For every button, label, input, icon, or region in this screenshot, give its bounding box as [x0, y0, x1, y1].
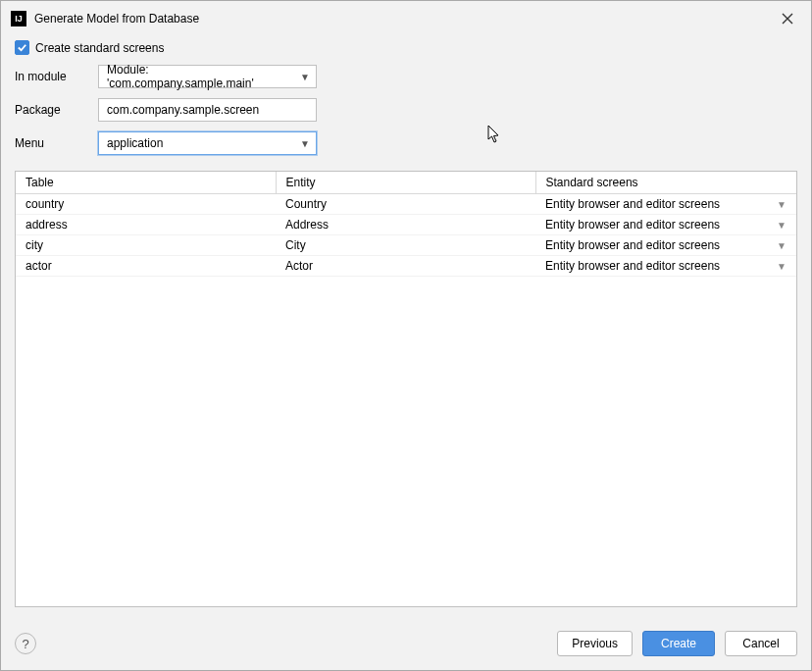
- chevron-down-icon[interactable]: ▼: [777, 261, 787, 272]
- package-label: Package: [15, 103, 98, 117]
- cell-entity: Address: [276, 215, 535, 235]
- table-header-row: Table Entity Standard screens: [16, 172, 796, 194]
- cell-screens: Entity browser and editor screens▼: [535, 194, 796, 215]
- cell-table: city: [16, 235, 276, 256]
- module-combo-value: Module: 'com.company.sample.main': [107, 63, 296, 90]
- chevron-down-icon[interactable]: ▼: [777, 240, 787, 251]
- help-button[interactable]: ?: [15, 633, 36, 654]
- table-row[interactable]: actorActorEntity browser and editor scre…: [16, 256, 796, 277]
- module-label: In module: [15, 70, 98, 83]
- cell-table: actor: [16, 256, 276, 277]
- module-row: In module Module: 'com.company.sample.ma…: [15, 65, 797, 88]
- package-input[interactable]: [98, 98, 317, 122]
- screens-value: Entity browser and editor screens: [545, 259, 771, 273]
- cell-table: address: [16, 215, 276, 235]
- cell-screens: Entity browser and editor screens▼: [535, 215, 796, 235]
- cell-screens: Entity browser and editor screens▼: [535, 256, 796, 277]
- app-icon: IJ: [11, 11, 26, 26]
- chevron-down-icon[interactable]: ▼: [777, 220, 787, 231]
- close-button[interactable]: [774, 8, 801, 29]
- create-standard-screens-label: Create standard screens: [35, 41, 164, 55]
- cell-entity: Country: [276, 194, 535, 215]
- col-header-table[interactable]: Table: [16, 172, 276, 194]
- create-standard-screens-checkbox[interactable]: [15, 40, 29, 55]
- previous-button[interactable]: Previous: [557, 631, 633, 656]
- col-header-screens[interactable]: Standard screens: [535, 172, 796, 194]
- screens-value: Entity browser and editor screens: [545, 197, 771, 211]
- cancel-button[interactable]: Cancel: [725, 631, 797, 656]
- dialog-content: Create standard screens In module Module…: [1, 32, 811, 617]
- close-icon: [782, 13, 793, 25]
- chevron-down-icon: ▼: [300, 138, 310, 149]
- menu-row: Menu application ▼: [15, 131, 797, 155]
- dialog-title: Generate Model from Database: [34, 12, 774, 26]
- menu-combo[interactable]: application ▼: [98, 131, 317, 155]
- chevron-down-icon: ▼: [300, 72, 310, 82]
- cell-table: country: [16, 194, 276, 215]
- table-row[interactable]: addressAddressEntity browser and editor …: [16, 215, 796, 235]
- tables-grid: Table Entity Standard screens countryCou…: [15, 171, 797, 607]
- screens-value: Entity browser and editor screens: [545, 238, 771, 252]
- cell-entity: Actor: [276, 256, 535, 277]
- col-header-entity[interactable]: Entity: [276, 172, 535, 194]
- menu-label: Menu: [15, 136, 98, 150]
- table-row[interactable]: cityCityEntity browser and editor screen…: [16, 235, 796, 256]
- chevron-down-icon[interactable]: ▼: [777, 199, 787, 210]
- checkmark-icon: [17, 42, 27, 53]
- create-standard-screens-row: Create standard screens: [15, 40, 797, 55]
- dialog-generate-model: IJ Generate Model from Database Create s…: [0, 0, 812, 671]
- package-row: Package: [15, 98, 797, 122]
- cell-entity: City: [276, 235, 535, 256]
- dialog-footer: ? Previous Create Cancel: [1, 617, 811, 670]
- table-row[interactable]: countryCountryEntity browser and editor …: [16, 194, 796, 215]
- cell-screens: Entity browser and editor screens▼: [535, 235, 796, 256]
- screens-value: Entity browser and editor screens: [545, 218, 771, 232]
- create-button[interactable]: Create: [642, 631, 715, 656]
- module-combo[interactable]: Module: 'com.company.sample.main' ▼: [98, 65, 317, 88]
- menu-combo-value: application: [107, 136, 296, 150]
- titlebar: IJ Generate Model from Database: [1, 1, 811, 32]
